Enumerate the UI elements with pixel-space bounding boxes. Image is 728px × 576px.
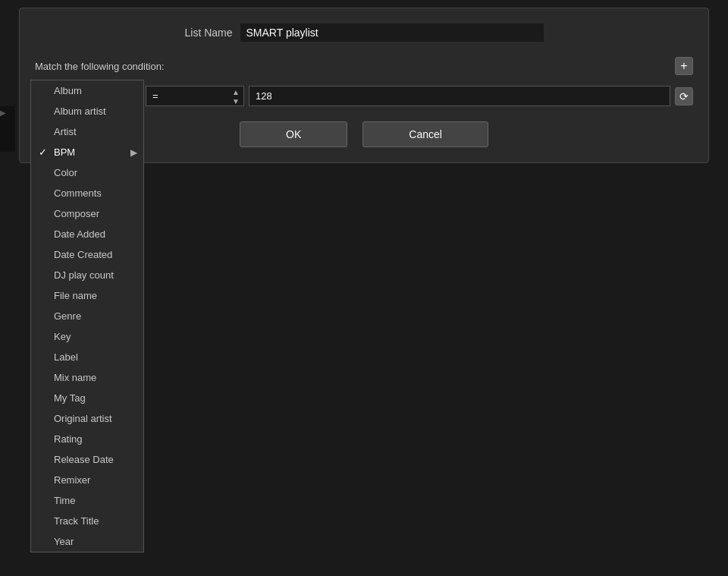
- dropdown-item-track-title[interactable]: Track Title: [31, 511, 143, 531]
- dropdown-item-date-created[interactable]: Date Created: [31, 244, 143, 265]
- operator-select[interactable]: =: [146, 86, 244, 106]
- cancel-button[interactable]: Cancel: [362, 121, 488, 147]
- dropdown-item-composer[interactable]: Composer: [31, 203, 143, 224]
- cursor-indicator: ▶: [130, 147, 137, 158]
- dropdown-item-bpm[interactable]: BPM▶: [31, 142, 143, 162]
- list-name-input[interactable]: [240, 24, 544, 42]
- dropdown-item-rating[interactable]: Rating: [31, 429, 143, 449]
- dropdown-item-remixer[interactable]: Remixer: [31, 470, 143, 490]
- remove-condition-button[interactable]: ⟳: [675, 87, 693, 105]
- dropdown-item-dj-play-count[interactable]: DJ play count: [31, 265, 143, 285]
- dropdown-item-album-artist[interactable]: Album artist: [31, 101, 143, 121]
- dropdown-item-artist[interactable]: Artist: [31, 121, 143, 142]
- match-condition-label: Match the following condition:: [35, 61, 165, 72]
- side-icon: ▶: [0, 109, 6, 117]
- list-name-label: List Name: [184, 27, 232, 39]
- side-panel: ▶: [0, 106, 15, 152]
- list-name-row: List Name: [35, 24, 693, 42]
- dropdown-item-key[interactable]: Key: [31, 326, 143, 347]
- add-condition-button[interactable]: +: [675, 57, 693, 75]
- dropdown-item-album[interactable]: Album: [31, 80, 143, 101]
- value-input[interactable]: [249, 86, 670, 106]
- dropdown-item-mix-name[interactable]: Mix name: [31, 367, 143, 388]
- dropdown-item-my-tag[interactable]: My Tag: [31, 388, 143, 408]
- match-condition-row: Match the following condition: +: [35, 57, 693, 75]
- field-dropdown-menu: AlbumAlbum artistArtistBPM▶ColorComments…: [30, 80, 144, 552]
- dropdown-item-genre[interactable]: Genre: [31, 306, 143, 326]
- dropdown-item-file-name[interactable]: File name: [31, 285, 143, 306]
- dropdown-item-comments[interactable]: Comments: [31, 183, 143, 203]
- dropdown-item-date-added[interactable]: Date Added: [31, 224, 143, 244]
- dropdown-item-time[interactable]: Time: [31, 490, 143, 511]
- dropdown-item-color[interactable]: Color: [31, 162, 143, 183]
- dropdown-item-year[interactable]: Year: [31, 531, 143, 552]
- dropdown-item-label[interactable]: Label: [31, 347, 143, 367]
- dropdown-item-original-artist[interactable]: Original artist: [31, 408, 143, 429]
- ok-button[interactable]: OK: [240, 121, 347, 147]
- operator-select-wrapper: = ▲ ▼: [146, 86, 244, 106]
- dropdown-item-release-date[interactable]: Release Date: [31, 449, 143, 470]
